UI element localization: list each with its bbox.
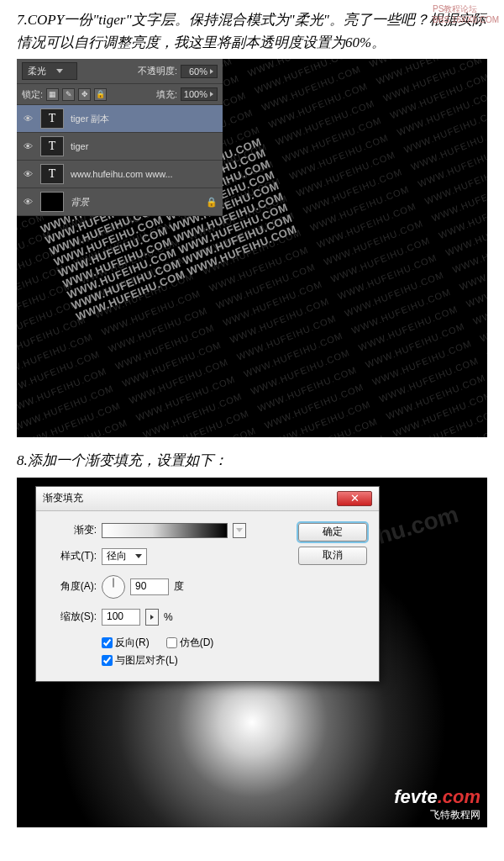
scale-unit: %: [164, 611, 173, 623]
lock-label: 锁定:: [22, 88, 43, 101]
style-label: 样式(T):: [48, 549, 97, 563]
layer-row[interactable]: 👁 背景 🔒: [17, 188, 223, 216]
layer-row[interactable]: 👁 T www.hufeihu.com www...: [17, 161, 223, 188]
lock-icon: 🔒: [206, 197, 218, 208]
layer-thumb-text: T: [40, 164, 64, 184]
chevron-down-icon: [236, 528, 243, 532]
forum-label: PS教程论坛: [433, 4, 477, 13]
layer-thumb-text: T: [40, 108, 64, 129]
opacity-input[interactable]: 60%: [181, 65, 218, 78]
visibility-icon[interactable]: 👁: [22, 196, 34, 208]
angle-label: 角度(A):: [48, 579, 97, 594]
style-select[interactable]: 径向: [102, 548, 147, 565]
lock-transparent-icon[interactable]: ▦: [46, 88, 59, 101]
close-icon: ✕: [350, 492, 360, 504]
step7-text: 7.COPY一份"tiger"文字层。保持混合模式为"柔光"。亮了一些吧？根据实…: [17, 8, 487, 54]
close-button[interactable]: ✕: [337, 491, 372, 506]
visibility-icon[interactable]: 👁: [22, 168, 34, 180]
chevron-down-icon: [135, 554, 142, 558]
blend-mode-select[interactable]: 柔光: [22, 62, 77, 80]
layer-thumb-text: T: [40, 136, 64, 156]
chevron-right-icon: [210, 92, 213, 97]
align-label: 与图层对齐(L): [115, 653, 178, 668]
lock-all-icon[interactable]: 🔒: [94, 88, 107, 101]
layer-row[interactable]: 👁 T tiger 副本: [17, 105, 223, 133]
chevron-right-icon: [210, 69, 213, 74]
layers-panel: 柔光 不透明度: 60% 锁定: ▦ ✎ ✥ 🔒 填充: 100%: [17, 59, 223, 216]
scale-input[interactable]: 100: [102, 609, 140, 626]
ok-button[interactable]: 确定: [298, 523, 367, 541]
layer-name: 背景: [71, 196, 89, 209]
brand-cn: 飞特教程网: [394, 808, 480, 822]
reverse-label: 反向(R): [115, 636, 150, 650]
fill-value: 100%: [184, 89, 207, 99]
visibility-icon[interactable]: 👁: [22, 113, 34, 124]
scale-label: 缩放(S):: [48, 610, 97, 624]
step8-text: 8.添加一个渐变填充，设置如下：: [17, 449, 487, 472]
layer-name: www.hufeihu.com www...: [71, 169, 173, 179]
chevron-down-icon: [56, 69, 63, 73]
angle-dial[interactable]: [102, 575, 125, 599]
visibility-icon[interactable]: 👁: [22, 140, 34, 152]
angle-input[interactable]: 90: [130, 578, 169, 595]
layer-thumb-bg: [40, 192, 64, 212]
gradient-dropdown[interactable]: [233, 523, 246, 538]
footer-brand: fevte.com 飞特教程网: [394, 786, 480, 822]
dialog-title: 渐变填充: [43, 491, 83, 505]
align-checkbox[interactable]: [102, 655, 113, 666]
dither-checkbox[interactable]: [166, 637, 177, 648]
gradient-fill-dialog: 渐变填充 ✕ 渐变: 样式(T): 径向: [35, 486, 380, 682]
reverse-checkbox[interactable]: [102, 637, 113, 648]
lock-brush-icon[interactable]: ✎: [62, 88, 75, 101]
fill-label: 填充:: [156, 88, 177, 101]
step7-image: WWW.HUFEIHU.COM WWW.HUFEIHU.COM WWW.HUFE…: [17, 59, 487, 437]
layer-row[interactable]: 👁 T tiger: [17, 133, 223, 161]
layer-name: tiger: [71, 141, 88, 151]
brand-text: fevte: [394, 786, 437, 807]
gradient-label: 渐变:: [48, 523, 97, 537]
dither-label: 仿色(D): [180, 636, 214, 650]
lock-move-icon[interactable]: ✥: [78, 88, 91, 101]
style-value: 径向: [107, 549, 127, 563]
cancel-button[interactable]: 取消: [298, 547, 367, 565]
gradient-preview[interactable]: [102, 523, 228, 538]
forum-url: BBS.16XX8.COM: [433, 15, 499, 24]
opacity-label: 不透明度:: [138, 65, 177, 77]
chevron-right-icon: [150, 615, 154, 620]
angle-unit: 度: [174, 579, 184, 594]
blend-mode-value: 柔光: [28, 65, 46, 77]
opacity-value: 60%: [189, 66, 207, 77]
fill-input[interactable]: 100%: [181, 87, 218, 101]
scale-dropdown[interactable]: [145, 609, 159, 626]
brand-suffix: .com: [438, 786, 480, 807]
layer-name: tiger 副本: [71, 113, 109, 125]
step8-image: www.hufeihu.com 渐变填充 ✕ 渐变: 样式(T):: [17, 478, 487, 827]
